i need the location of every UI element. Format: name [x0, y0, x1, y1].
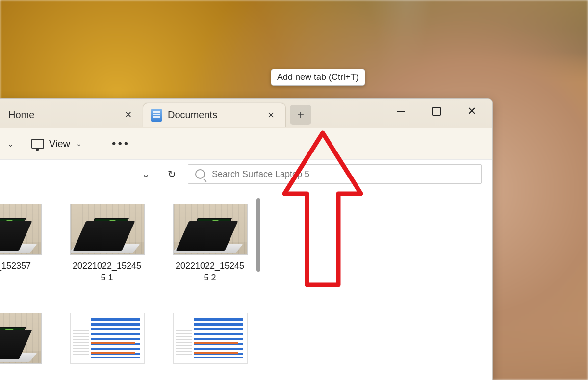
maximize-icon: [432, 107, 441, 116]
tab-home-label: Home: [8, 109, 121, 121]
image-thumbnail: [0, 313, 42, 364]
chevron-down-icon: ⌄: [76, 140, 82, 148]
maximize-button[interactable]: [428, 102, 445, 120]
minimize-icon: [397, 111, 405, 112]
recent-locations-chevron-icon[interactable]: ⌄: [139, 166, 153, 182]
tab-home[interactable]: Home ✕: [0, 103, 143, 127]
toolbar-separator: [98, 135, 98, 152]
plus-icon: +: [297, 108, 304, 122]
file-explorer-window: Home ✕ Documents ✕ + ✕ ⌄ View ⌄ •••: [0, 98, 493, 380]
search-icon: [195, 169, 205, 179]
document-icon: [151, 109, 162, 122]
window-controls: ✕: [392, 99, 489, 124]
file-item[interactable]: [173, 313, 247, 364]
view-menu-button[interactable]: View ⌄: [26, 135, 88, 152]
refresh-icon[interactable]: ↻: [165, 166, 179, 182]
tab-documents-close-icon[interactable]: ✕: [263, 108, 279, 123]
file-name: 20221022_15245 5 1: [70, 260, 144, 284]
file-name: 1022_152357: [0, 260, 41, 272]
scrollbar-thumb[interactable]: [256, 198, 260, 272]
document-thumbnail: [70, 313, 145, 364]
tab-home-close-icon[interactable]: ✕: [121, 107, 136, 122]
minimize-button[interactable]: [392, 102, 410, 120]
document-thumbnail: [173, 313, 248, 364]
search-input[interactable]: [211, 169, 474, 180]
image-thumbnail: [70, 204, 145, 255]
address-search-row: ⌄ ↻: [0, 160, 492, 188]
file-thumbnails-row2: [0, 313, 247, 364]
new-tab-button[interactable]: +: [290, 105, 311, 125]
file-item[interactable]: 1022_152357: [0, 204, 41, 284]
file-item[interactable]: [0, 313, 41, 364]
tab-documents-label: Documents: [168, 109, 263, 121]
address-bar-controls: ⌄ ↻: [0, 166, 188, 182]
tooltip-text: Add new tab (Ctrl+T): [277, 72, 359, 82]
new-tab-tooltip: Add new tab (Ctrl+T): [271, 69, 365, 86]
file-name: 20221022_15245 5 2: [173, 260, 247, 284]
close-icon: ✕: [467, 105, 476, 118]
search-box[interactable]: [188, 164, 482, 184]
content-pane: 1022_152357 20221022_15245 5 1 20221022_…: [0, 188, 492, 380]
tab-documents[interactable]: Documents ✕: [143, 103, 286, 127]
close-window-button[interactable]: ✕: [463, 102, 481, 120]
command-bar: ⌄ View ⌄ •••: [0, 128, 492, 159]
file-thumbnails-row1: 1022_152357 20221022_15245 5 1 20221022_…: [0, 204, 247, 284]
view-label: View: [49, 138, 70, 150]
tab-strip: Home ✕ Documents ✕ +: [0, 99, 311, 128]
image-thumbnail: [173, 204, 248, 255]
toolbar-overflow-left-icon[interactable]: ⌄: [2, 136, 19, 152]
file-item[interactable]: 20221022_15245 5 2: [173, 204, 247, 284]
image-thumbnail: [0, 204, 42, 255]
monitor-icon: [31, 139, 44, 149]
more-options-button[interactable]: •••: [108, 135, 134, 152]
titlebar: Home ✕ Documents ✕ + ✕: [0, 99, 492, 128]
file-item[interactable]: [70, 313, 144, 364]
file-item[interactable]: 20221022_15245 5 1: [70, 204, 144, 284]
